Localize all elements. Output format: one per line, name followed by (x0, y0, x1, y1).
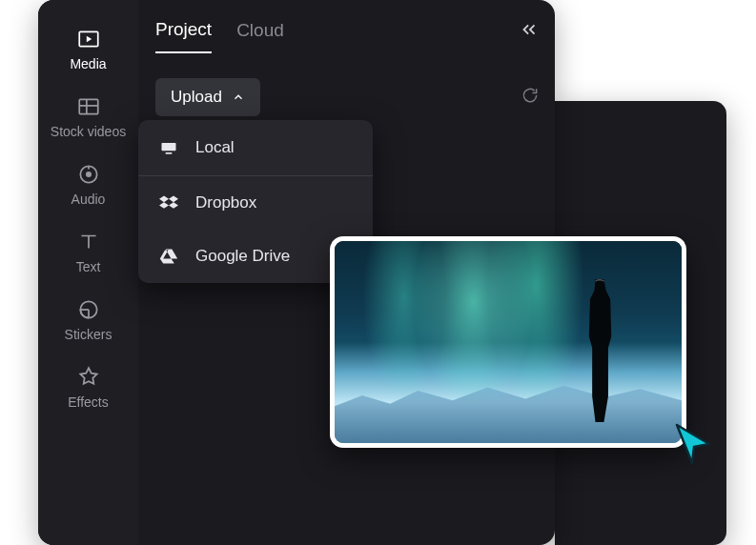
stock-videos-icon (76, 94, 101, 119)
toolbar: Upload (155, 78, 540, 116)
sidebar-item-label: Audio (72, 192, 106, 207)
sidebar-item-audio[interactable]: Audio (48, 152, 130, 214)
upload-button-label: Upload (171, 88, 222, 107)
google-drive-icon (159, 247, 178, 266)
upload-button[interactable]: Upload (155, 78, 260, 116)
sidebar-item-text[interactable]: Text (48, 220, 130, 282)
tabs: Project Cloud (155, 13, 540, 59)
sidebar-item-label: Text (76, 259, 101, 274)
upload-option-label: Google Drive (195, 247, 290, 266)
svg-rect-10 (166, 152, 173, 154)
effects-icon (76, 365, 101, 390)
local-icon (159, 137, 178, 158)
media-icon (76, 27, 101, 51)
sidebar-item-label: Media (70, 56, 106, 71)
upload-option-local[interactable]: Local (138, 120, 373, 176)
refresh-icon (521, 86, 540, 105)
tab-project[interactable]: Project (155, 19, 212, 53)
chevron-up-icon (232, 91, 245, 104)
text-icon (76, 230, 101, 254)
dropbox-icon (159, 193, 178, 212)
tab-cloud[interactable]: Cloud (236, 20, 284, 52)
sidebar-item-media[interactable]: Media (48, 17, 130, 79)
svg-point-5 (86, 172, 90, 176)
sidebar: Media Stock videos Audio Text Stickers E… (38, 0, 138, 545)
audio-icon (76, 162, 101, 187)
sidebar-item-stock-videos[interactable]: Stock videos (48, 85, 130, 147)
sidebar-item-effects[interactable]: Effects (48, 355, 130, 417)
cursor-icon (671, 421, 717, 467)
upload-option-label: Dropbox (195, 193, 256, 212)
svg-rect-1 (79, 99, 98, 113)
upload-option-dropbox[interactable]: Dropbox (138, 176, 373, 230)
stickers-icon (76, 297, 101, 322)
sidebar-item-label: Stock videos (51, 124, 126, 139)
sidebar-item-stickers[interactable]: Stickers (48, 288, 130, 350)
sidebar-item-label: Effects (68, 394, 109, 410)
sidebar-item-label: Stickers (65, 327, 112, 342)
collapse-panel-button[interactable] (519, 19, 540, 44)
svg-rect-9 (162, 143, 176, 151)
chevrons-left-icon (519, 19, 540, 40)
media-thumbnail[interactable] (330, 236, 686, 448)
aurora-image (335, 241, 682, 443)
refresh-button[interactable] (521, 86, 540, 109)
upload-option-label: Local (195, 138, 235, 157)
